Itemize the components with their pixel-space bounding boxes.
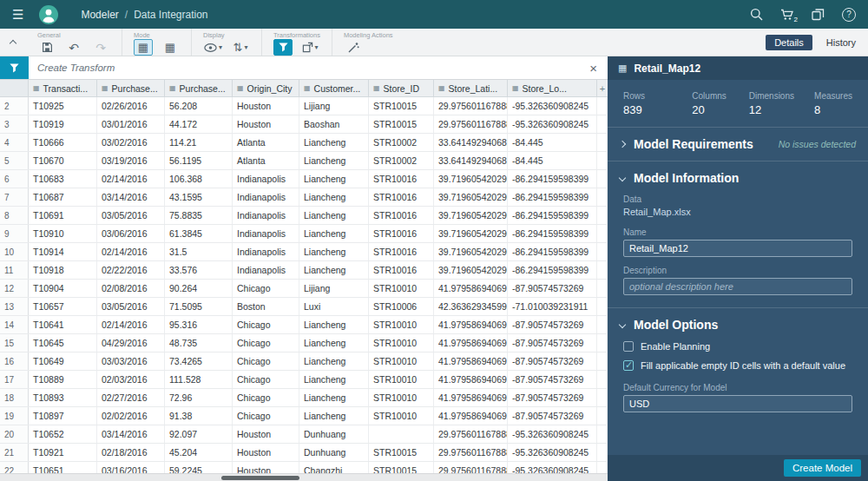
table-cell[interactable]: STR10016 bbox=[369, 225, 434, 242]
row-number[interactable]: 15 bbox=[0, 334, 29, 352]
table-cell[interactable]: 03/06/2016 bbox=[97, 225, 165, 242]
table-cell[interactable]: STR10015 bbox=[369, 97, 434, 115]
table-row[interactable]: 14T1064102/14/201695.316ChicagoLiancheng… bbox=[0, 316, 608, 334]
table-cell[interactable]: STR10016 bbox=[369, 261, 434, 279]
table-cell[interactable]: 41.97958694069 bbox=[434, 353, 508, 370]
modeling-actions-button[interactable] bbox=[344, 39, 363, 56]
column-header[interactable]: ▦Origin_City bbox=[233, 80, 299, 96]
table-cell[interactable]: -87.90574573269 bbox=[508, 371, 597, 388]
table-cell[interactable]: Chicago bbox=[233, 280, 299, 297]
table-cell[interactable]: 03/05/2016 bbox=[97, 298, 165, 315]
table-row[interactable]: 18T1089302/27/201672.96ChicagoLianchengS… bbox=[0, 389, 608, 407]
row-number[interactable]: 21 bbox=[0, 444, 29, 461]
row-number[interactable]: 6 bbox=[0, 170, 29, 188]
horizontal-scrollbar[interactable] bbox=[0, 473, 608, 481]
table-cell[interactable]: Chicago bbox=[233, 389, 299, 406]
section-model-information[interactable]: Model Information bbox=[608, 161, 868, 194]
row-number[interactable]: 14 bbox=[0, 316, 29, 333]
table-cell[interactable]: 31.5 bbox=[165, 243, 233, 260]
table-cell[interactable]: -87.90574573269 bbox=[508, 280, 597, 297]
table-cell[interactable]: -95.326360908245 bbox=[508, 444, 597, 461]
table-cell[interactable]: T10897 bbox=[29, 407, 97, 425]
table-cell[interactable]: Baoshan bbox=[299, 115, 369, 133]
table-cell[interactable]: 95.316 bbox=[165, 316, 233, 333]
table-cell[interactable]: T10919 bbox=[29, 115, 97, 133]
table-cell[interactable]: 72.96 bbox=[165, 389, 233, 406]
row-number[interactable]: 17 bbox=[0, 371, 29, 388]
table-row[interactable]: 6T1068302/14/2016106.368IndianapolisLian… bbox=[0, 170, 608, 188]
table-cell[interactable]: STR10010 bbox=[369, 316, 434, 333]
row-number[interactable]: 12 bbox=[0, 280, 29, 297]
create-transform-placeholder[interactable]: Create Transform bbox=[37, 63, 115, 73]
table-cell[interactable]: T10683 bbox=[29, 170, 97, 188]
breadcrumb-page[interactable]: Data Integration bbox=[134, 9, 207, 21]
cart-icon[interactable]: 2 bbox=[780, 9, 794, 21]
table-cell[interactable]: 45.204 bbox=[165, 444, 233, 461]
table-row[interactable]: 12T1090402/08/201690.264ChicagoLijiangST… bbox=[0, 280, 608, 298]
table-cell[interactable]: Indianapolis bbox=[233, 170, 299, 188]
table-cell[interactable]: STR10006 bbox=[369, 298, 434, 315]
table-cell[interactable]: 29.975601167888 bbox=[434, 115, 508, 133]
table-cell[interactable]: STR10010 bbox=[369, 389, 434, 406]
table-cell[interactable]: 73.4265 bbox=[165, 353, 233, 370]
column-header[interactable]: ▦Purchase... bbox=[97, 80, 165, 96]
row-number[interactable]: 20 bbox=[0, 425, 29, 443]
table-row[interactable]: 4T1066603/02/2016114.21AtlantaLianchengS… bbox=[0, 134, 608, 152]
table-row[interactable]: 8T1069103/05/201675.8835IndianapolisLian… bbox=[0, 207, 608, 225]
table-cell[interactable]: 02/14/2016 bbox=[97, 243, 165, 260]
row-number[interactable]: 11 bbox=[0, 261, 29, 279]
table-cell[interactable]: 33.641492940682 bbox=[434, 134, 508, 151]
table-cell[interactable]: Liancheng bbox=[299, 207, 369, 224]
table-cell[interactable]: 39.719605420296 bbox=[434, 225, 508, 242]
table-cell[interactable]: 02/14/2016 bbox=[97, 170, 165, 188]
row-number[interactable]: 16 bbox=[0, 353, 29, 370]
table-cell[interactable]: Chicago bbox=[233, 353, 299, 370]
section-model-options[interactable]: Model Options bbox=[608, 308, 868, 341]
table-cell[interactable]: 41.97958694069 bbox=[434, 316, 508, 333]
table-row[interactable]: 13T1065703/05/201671.5095BostonLuxiSTR10… bbox=[0, 298, 608, 316]
table-cell[interactable]: Liancheng bbox=[299, 334, 369, 352]
table-cell[interactable]: Dunhuang bbox=[299, 425, 369, 443]
table-cell[interactable]: 41.97958694069 bbox=[434, 280, 508, 297]
history-toggle-button[interactable]: History bbox=[826, 37, 856, 48]
table-cell[interactable]: Houston bbox=[233, 97, 299, 115]
table-cell[interactable]: -95.326360908245 bbox=[508, 97, 597, 115]
table-cell[interactable]: -86.294159598399 bbox=[508, 243, 597, 260]
table-cell[interactable]: 111.528 bbox=[165, 371, 233, 388]
table-cell[interactable]: Chicago bbox=[233, 371, 299, 388]
table-cell[interactable]: 114.21 bbox=[165, 134, 233, 151]
table-cell[interactable]: 02/22/2016 bbox=[97, 261, 165, 279]
table-cell[interactable]: STR10002 bbox=[369, 134, 434, 151]
table-cell[interactable]: Dunhuang bbox=[299, 444, 369, 461]
table-cell[interactable]: T10649 bbox=[29, 353, 97, 370]
table-cell[interactable]: 03/14/2016 bbox=[97, 425, 165, 443]
column-header[interactable]: ▦Store_Lo... bbox=[508, 80, 597, 96]
add-column-icon[interactable]: + bbox=[597, 80, 608, 96]
model-name-input[interactable] bbox=[623, 240, 852, 257]
table-cell[interactable]: Liancheng bbox=[299, 134, 369, 151]
table-cell[interactable]: -87.90574573269 bbox=[508, 316, 597, 333]
close-icon[interactable]: × bbox=[589, 62, 597, 75]
table-cell[interactable]: T10652 bbox=[29, 425, 97, 443]
table-cell[interactable]: STR10010 bbox=[369, 334, 434, 352]
table-cell[interactable]: 03/01/2016 bbox=[97, 115, 165, 133]
user-avatar[interactable] bbox=[39, 5, 58, 24]
table-cell[interactable]: Houston bbox=[233, 444, 299, 461]
table-cell[interactable]: 39.719605420296 bbox=[434, 207, 508, 224]
undo-button[interactable]: ↶ bbox=[64, 39, 83, 56]
table-cell[interactable]: T10666 bbox=[29, 134, 97, 151]
table-row[interactable]: 5T1067003/19/201656.1195AtlantaLiancheng… bbox=[0, 152, 608, 170]
column-header[interactable]: ▦Purchase... bbox=[165, 80, 233, 96]
table-cell[interactable]: -87.90574573269 bbox=[508, 353, 597, 370]
table-row[interactable]: 16T1064903/03/201673.4265ChicagoLianchen… bbox=[0, 353, 608, 371]
table-cell[interactable]: -95.326360908245 bbox=[508, 115, 597, 133]
details-toggle-button[interactable]: Details bbox=[766, 35, 812, 50]
table-cell[interactable]: 41.97958694069 bbox=[434, 407, 508, 425]
fill-empty-checkbox[interactable] bbox=[623, 360, 634, 371]
table-cell[interactable]: 56.1195 bbox=[165, 152, 233, 169]
table-cell[interactable]: 71.5095 bbox=[165, 298, 233, 315]
table-cell[interactable]: T10657 bbox=[29, 298, 97, 315]
transform-bar-icon-button[interactable] bbox=[0, 56, 29, 79]
table-cell[interactable]: T10645 bbox=[29, 334, 97, 352]
table-cell[interactable]: 39.719605420296 bbox=[434, 188, 508, 206]
